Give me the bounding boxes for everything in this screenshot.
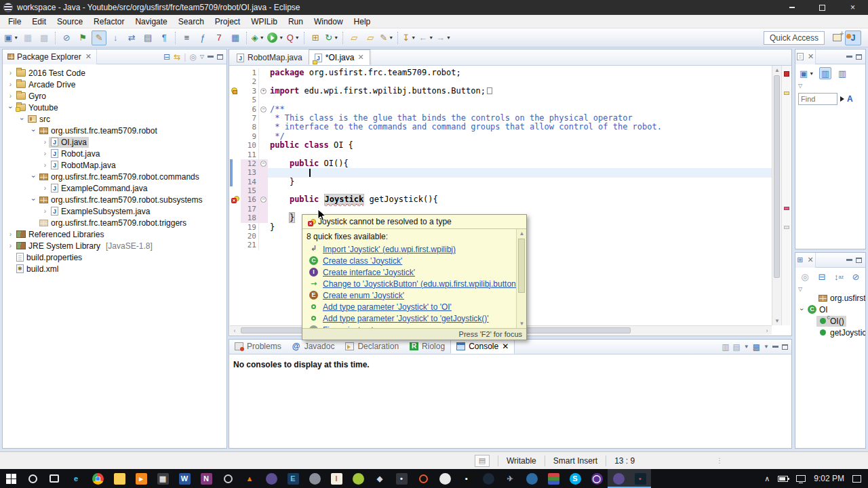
open-type-button[interactable]: ▤ <box>140 30 155 45</box>
taskbar-app-cube-app[interactable]: ◆ <box>369 469 391 488</box>
quickfix-link[interactable]: Create enum 'Joystick' <box>323 291 404 300</box>
menu-source[interactable]: Source <box>52 16 88 28</box>
tree-item-org-usfirst-frc-team5709-robot[interactable]: ›org.usfirst.frc.team5709.robot <box>3 125 226 136</box>
close-button[interactable]: × <box>837 0 868 15</box>
minimize-tasklist-button[interactable] <box>846 56 852 58</box>
hide-fields-button[interactable]: ⊘ <box>850 270 862 283</box>
taskbar-app-steam[interactable] <box>477 469 499 488</box>
console-tab-declaration[interactable]: Declaration <box>340 339 404 354</box>
close-console-tab-icon[interactable]: ✕ <box>502 342 509 351</box>
expand-icon[interactable]: › <box>7 92 14 100</box>
expand-icon[interactable]: › <box>41 138 49 146</box>
taskbar-app-origin[interactable] <box>412 469 434 488</box>
new-wizard-dropdown-icon[interactable]: ▼ <box>14 35 18 40</box>
outline-item-org-usfirst-frc-team5709-robot[interactable]: org.usfirst.frc.team5709.robot <box>795 292 865 304</box>
taskbar-app-start[interactable] <box>0 469 22 488</box>
pin-console-button[interactable]: ▥ <box>722 342 729 352</box>
code-line-7[interactable]: 7 * This class is the glue that binds th… <box>230 114 772 123</box>
fold-collapse-icon[interactable]: − <box>260 106 267 113</box>
tree-item-robot-java[interactable]: ›JRobot.java <box>3 148 226 159</box>
taskbar-app-vlc[interactable]: ▲ <box>239 469 260 488</box>
taskbar-app-ide-blue[interactable]: E <box>282 469 304 488</box>
tree-item-arcade-drive[interactable]: ›Arcade Drive <box>3 79 226 90</box>
taskbar-app-word[interactable]: W <box>174 469 195 488</box>
save-button[interactable]: ▦ <box>20 30 35 45</box>
new-task-button[interactable]: ▣▼ <box>799 67 814 79</box>
skip-all-breakpoints-button[interactable]: ⊘ <box>59 30 74 45</box>
menu-project[interactable]: Project <box>210 16 245 28</box>
back-button[interactable]: ←▼ <box>418 30 434 45</box>
tab-package-explorer[interactable]: Package Explorer ✕ <box>3 49 97 64</box>
collapse-icon[interactable]: › <box>798 306 806 313</box>
quickfix-link[interactable]: Add type parameter 'Joystick' to 'OI' <box>323 302 452 312</box>
code-line-9[interactable]: 9 */ <box>230 132 772 141</box>
next-annotation-button[interactable]: ↓ <box>108 30 123 45</box>
mark-occurrences-dropdown-icon[interactable]: ▼ <box>411 35 416 40</box>
collapse-icon[interactable]: › <box>18 115 26 123</box>
taskbar-app-installer[interactable]: I <box>326 469 347 488</box>
collapse-all-button[interactable]: ⊟ <box>163 52 170 62</box>
editor-tab--oi-java[interactable]: J*OI.java✕ <box>309 49 370 65</box>
quickfix-item[interactable]: →Change to 'JoystickButton' (edu.wpi.fir… <box>307 278 516 289</box>
folded-region-icon[interactable] <box>487 87 492 94</box>
show-whitespace-button[interactable]: ¶ <box>157 30 172 45</box>
quick-access-box[interactable]: Quick Access <box>764 31 825 45</box>
taskbar-app-movies-tv[interactable]: ▸ <box>130 469 152 488</box>
run-button[interactable]: ▼ <box>267 30 284 45</box>
quickfix-item[interactable]: ECreate enum 'Joystick' <box>307 289 516 301</box>
outline-item-oi[interactable]: ›COI <box>795 304 865 315</box>
run-dropdown-icon[interactable]: ▼ <box>279 35 283 40</box>
menu-search[interactable]: Search <box>173 16 210 28</box>
open-console-button[interactable]: ▩ <box>753 342 760 352</box>
menu-help[interactable]: Help <box>349 16 376 28</box>
tree-item-src[interactable]: ›src <box>3 113 226 125</box>
network-icon[interactable] <box>796 475 806 482</box>
taskbar-app-crescent-app[interactable] <box>521 469 542 488</box>
wpilib-red-button[interactable]: 7 <box>212 30 226 45</box>
menu-file[interactable]: File <box>3 16 26 28</box>
taskbar-app-purple-ring-app[interactable]: ◯ <box>586 469 608 488</box>
maximize-console-button[interactable] <box>782 344 788 350</box>
debug-dropdown-icon[interactable]: ▼ <box>260 35 264 40</box>
forward-button[interactable]: →▼ <box>435 30 452 45</box>
forward-dropdown-icon[interactable]: ▼ <box>446 35 451 40</box>
quickfix-scrollbar[interactable]: ▲ ▼ <box>516 229 526 328</box>
tree-item-jre-system-library[interactable]: ›JRE System Library[JavaSE-1.8] <box>3 240 226 251</box>
taskbar-app-skype[interactable]: S <box>564 469 586 488</box>
expand-icon[interactable]: › <box>7 81 14 88</box>
taskbar-app-alarms[interactable] <box>217 469 239 488</box>
overview-error-marker[interactable] <box>784 207 789 210</box>
overview-error-header-marker[interactable] <box>784 71 789 77</box>
outline-list-button[interactable]: ≡ <box>179 30 194 45</box>
taskbar-app-plane-app[interactable]: ✈ <box>499 469 521 488</box>
debug-button[interactable]: ◈▼ <box>250 30 265 45</box>
tray-chevron-icon[interactable]: ∧ <box>764 474 770 483</box>
quickfix-link[interactable]: Create interface 'Joystick' <box>323 268 415 277</box>
expand-icon[interactable]: › <box>41 150 49 157</box>
quickfix-scroll-thumb[interactable] <box>518 239 525 293</box>
launch-flag-button[interactable]: ⚑ <box>75 30 90 45</box>
expand-icon[interactable]: › <box>41 161 49 169</box>
view-menu-button[interactable]: ▽ <box>200 54 204 60</box>
new-wizard-button[interactable]: ▣▼ <box>3 30 19 45</box>
code-line-11[interactable]: 11 <box>230 150 772 159</box>
close-outline-icon[interactable]: ✕ <box>808 256 814 264</box>
code-line-17[interactable]: 17 <box>230 205 772 214</box>
tree-item-org-usfirst-frc-team5709-robot-triggers[interactable]: org.usfirst.frc.team5709.robot.triggers <box>3 217 226 228</box>
outline-item-getjoystick-[interactable]: getJoystick() <box>795 327 865 338</box>
scroll-down-icon[interactable]: ▼ <box>772 317 782 325</box>
quickfix-link[interactable]: Import 'Joystick' (edu.wpi.first.wpilibj… <box>323 245 456 254</box>
fold-collapse-icon[interactable]: − <box>260 161 267 167</box>
code-line-8[interactable]: 8 * interface to the commands and comman… <box>230 123 772 131</box>
tree-item-build-properties[interactable]: build.properties <box>3 251 226 263</box>
taskbar-app-edge[interactable]: e <box>65 469 87 488</box>
action-center-icon[interactable] <box>852 475 861 483</box>
tree-item-youtube[interactable]: ›Youtube <box>3 102 226 113</box>
fold-collapse-icon[interactable]: − <box>260 197 267 203</box>
open-console-menu-icon[interactable]: ▼ <box>764 344 769 350</box>
code-line-13[interactable]: 13 <box>230 168 772 177</box>
collapse-icon[interactable]: › <box>30 173 37 180</box>
code-line-16[interactable]: ✕16− public Joystick getJoystick(){ <box>230 195 772 204</box>
overview-ruler[interactable] <box>781 66 791 325</box>
code-line-10[interactable]: 10public class OI { <box>230 141 772 150</box>
